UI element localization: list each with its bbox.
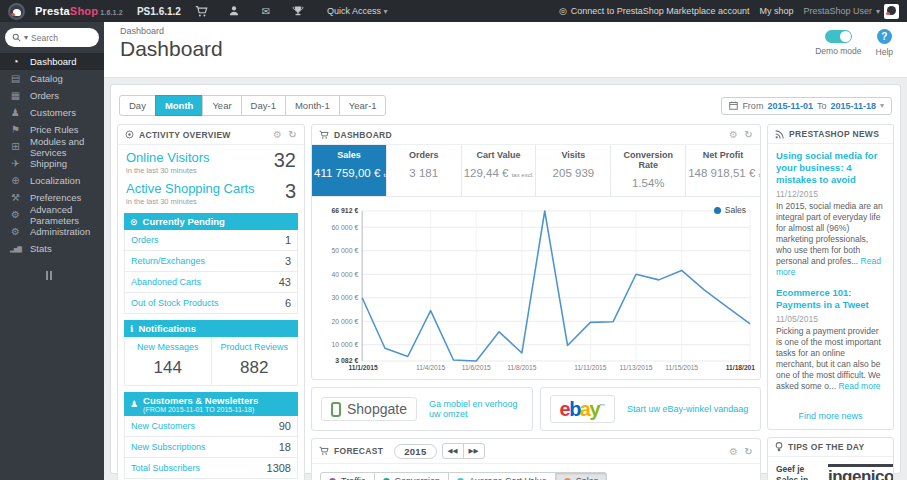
forecast-year-selector[interactable]: 2015 (394, 444, 436, 459)
pending-orders-row[interactable]: Orders1 (124, 230, 298, 251)
svg-text:11/4/2015: 11/4/2015 (416, 364, 445, 371)
demo-mode-toggle[interactable] (825, 30, 852, 43)
news-article-title[interactable]: Ecommerce 101: Payments in a Tweet (776, 287, 885, 311)
sidebar-item-catalog[interactable]: ▤Catalog (0, 70, 104, 87)
sidebar-item-administration[interactable]: ⚙Administration (0, 223, 104, 240)
pending-returns-row[interactable]: Return/Exchanges3 (124, 251, 298, 272)
ebay-logo: ebay™ (550, 395, 616, 423)
forecast-traffic-toggle[interactable]: Traffic (320, 472, 375, 480)
svg-text:60 000 €: 60 000 € (332, 224, 359, 231)
marketplace-link[interactable]: ◎Connect to PrestaShop Marketplace accou… (559, 6, 749, 16)
kpi-tab-conversion-rate[interactable]: Conversion Rate1.54% (611, 145, 686, 196)
sidebar-nav: ◔Dashboard ▤Catalog ▦Orders ♟Customers ⚑… (0, 53, 104, 257)
trophy-icon[interactable] (287, 5, 309, 17)
sidebar-item-dashboard[interactable]: ◔Dashboard (0, 53, 104, 70)
sidebar-collapse-icon[interactable] (46, 271, 104, 280)
forecast-panel: Forecast 2015 ◀◀▶▶ ⚙↻ Traffi (311, 438, 761, 480)
sidebar-item-advanced-parameters[interactable]: ⚙Advanced Parameters (0, 206, 104, 223)
activity-overview-panel: Activity overview ⚙↻ Online Visitorsin t… (117, 124, 305, 480)
read-more-link[interactable]: Read more (838, 381, 880, 391)
advanced-parameters-icon: ⚙ (9, 209, 22, 220)
activity-overview-title: Activity overview (139, 130, 231, 140)
gear-icon[interactable]: ⚙ (729, 129, 738, 140)
kpi-tab-cart-value[interactable]: Cart Value129,44 € tax excl. (462, 145, 537, 196)
stats-icon: ▂▅▇ (9, 245, 22, 252)
news-article-body: Picking a payment provider is one of the… (776, 326, 885, 392)
period-day-button[interactable]: Day (119, 95, 156, 116)
rewind-icon[interactable]: ◀◀ (442, 443, 464, 459)
refresh-icon[interactable]: ↻ (288, 129, 297, 140)
sales-chart[interactable]: 66 912 €60 000 €50 000 €40 000 €30 000 €… (316, 201, 756, 377)
shopgate-logo: Shopgate (321, 397, 417, 421)
new-subscriptions-row[interactable]: New Subscriptions18 (124, 437, 298, 458)
breadcrumb[interactable]: Dashboard (120, 26, 891, 36)
cart-icon[interactable] (191, 5, 213, 18)
marketplace-icon: ◎ (559, 6, 567, 16)
kpi-tab-sales[interactable]: Sales411 759,00 € tax excl. (312, 145, 387, 196)
find-more-news-link[interactable]: Find more news (768, 405, 893, 429)
quick-access-menu[interactable]: Quick Access ▾ (327, 6, 388, 16)
sidebar-item-localization[interactable]: ⊕Localization (0, 172, 104, 189)
date-range-picker[interactable]: From2015-11-01 To2015-11-18 ▾ (721, 97, 892, 115)
news-article-title[interactable]: Using social media for your business: 4 … (776, 150, 885, 186)
abandoned-carts-row[interactable]: Abandoned Carts43 (124, 272, 298, 293)
kpi-tab-visits[interactable]: Visits205 939 (536, 145, 611, 196)
new-customers-row[interactable]: New Customers90 (124, 416, 298, 437)
employees-icon[interactable] (223, 5, 245, 17)
chevron-down-icon: ▾ (876, 7, 880, 16)
online-visitors-metric[interactable]: Online Visitorsin the last 30 minutes 32 (118, 145, 304, 176)
new-messages-cell[interactable]: New Messages144 (125, 337, 211, 385)
refresh-icon[interactable]: ↻ (744, 446, 753, 457)
ebay-module-card[interactable]: ebay™ Start uw eBay-winkel vandaag (540, 387, 762, 431)
prestashop-news-panel: PrestaShop News Using social media for y… (767, 124, 894, 430)
active-carts-value: 3 (285, 181, 296, 201)
rss-icon (775, 130, 784, 139)
shipping-icon: ✈ (9, 158, 22, 169)
period-day-1-button[interactable]: Day-1 (241, 95, 286, 116)
sidebar-item-modules[interactable]: ⊞Modules and Services (0, 138, 104, 155)
forecast-conversion-toggle[interactable]: Conversion (374, 472, 450, 480)
target-icon (125, 130, 134, 139)
search-box[interactable]: ▾ (5, 28, 99, 47)
gear-icon[interactable]: ⚙ (273, 129, 282, 140)
filter-row: Day Month Year Day-1 Month-1 Year-1 From… (119, 95, 892, 116)
period-month-1-button[interactable]: Month-1 (285, 95, 340, 116)
notifications-header: ℹNotifications (124, 320, 298, 337)
news-article: Using social media for your business: 4 … (776, 150, 885, 278)
sidebar-item-customers[interactable]: ♟Customers (0, 104, 104, 121)
messages-icon[interactable]: ✉ (255, 6, 277, 17)
sidebar-item-shipping[interactable]: ✈Shipping (0, 155, 104, 172)
gear-icon[interactable]: ⚙ (729, 446, 738, 457)
forecast-avg-cart-value-toggle[interactable]: Average Cart Value (448, 472, 556, 480)
product-reviews-cell[interactable]: Product Reviews882 (211, 337, 298, 385)
period-year-button[interactable]: Year (202, 95, 241, 116)
customers-icon: ♟ (9, 107, 22, 118)
kpi-tab-orders[interactable]: Orders3 181 (387, 145, 462, 196)
lightbulb-icon (775, 442, 783, 452)
total-subscribers-row[interactable]: Total Subscribers1308 (124, 458, 298, 479)
shopgate-module-card[interactable]: Shopgate Ga mobiel en verhoog uw omzet (311, 387, 533, 431)
out-of-stock-row[interactable]: Out of Stock Products6 (124, 293, 298, 314)
forecast-sales-toggle[interactable]: Sales (555, 472, 608, 480)
my-shop-link[interactable]: My shop (759, 6, 793, 16)
sidebar-item-stats[interactable]: ▂▅▇Stats (0, 240, 104, 257)
period-month-button[interactable]: Month (155, 95, 204, 116)
forecast-legend: Traffic Conversion Average Cart Value Sa… (320, 472, 760, 480)
help-icon[interactable]: ? (877, 29, 892, 44)
fast-forward-icon[interactable]: ▶▶ (463, 443, 485, 459)
kpi-tab-net-profit[interactable]: Net Profit148 918,51 € tax excl. (686, 145, 760, 196)
search-input[interactable] (31, 33, 83, 43)
ebay-link[interactable]: Start uw eBay-winkel vandaag (627, 404, 748, 414)
refresh-icon[interactable]: ↻ (744, 129, 753, 140)
sidebar-item-orders[interactable]: ▦Orders (0, 87, 104, 104)
svg-text:40 000 €: 40 000 € (332, 271, 359, 278)
kpi-tabs: Sales411 759,00 € tax excl. Orders3 181 … (312, 145, 760, 197)
active-carts-metric[interactable]: Active Shopping Cartsin the last 30 minu… (118, 176, 304, 207)
search-scope-caret-icon[interactable]: ▾ (24, 33, 28, 42)
preferences-icon: ⚒ (9, 192, 22, 203)
period-year-1-button[interactable]: Year-1 (339, 95, 387, 116)
svg-text:11/8/2015: 11/8/2015 (507, 364, 536, 371)
svg-text:11/13/2015: 11/13/2015 (620, 364, 653, 371)
shopgate-link[interactable]: Ga mobiel en verhoog uw omzet (429, 399, 523, 419)
user-menu[interactable]: PrestaShop User ▾ (803, 4, 899, 19)
